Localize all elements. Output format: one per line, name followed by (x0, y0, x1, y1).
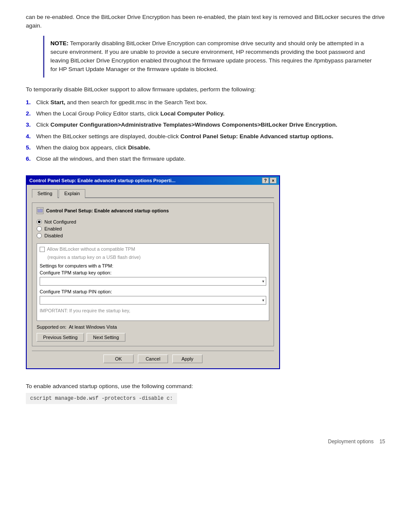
dialog-tabs: Setting Explain (32, 188, 274, 198)
note-label: NOTE: (50, 40, 68, 47)
step-1-bold: Start, (50, 99, 65, 106)
step-5-bold: Disable. (128, 144, 150, 151)
settings-panel-inner: Allow BitLocker without a compatible TPM… (40, 246, 266, 313)
tab-explain[interactable]: Explain (59, 189, 85, 198)
footer-left: Deployment options (328, 439, 374, 445)
step-4-num: 4. (26, 132, 36, 141)
note-box: NOTE: Temporarily disabling BitLocker Dr… (43, 36, 385, 78)
policy-name: Control Panel Setup: Enable advanced sta… (46, 208, 169, 213)
step-5-text: When the dialog box appears, click Disab… (36, 143, 385, 152)
step-6-text: Close all the windows, and then start th… (36, 155, 385, 163)
policy-header: Control Panel Setup: Enable advanced sta… (37, 207, 269, 214)
radio-disabled-input[interactable] (37, 233, 42, 238)
tab-setting[interactable]: Setting (32, 189, 58, 198)
radio-disabled-label: Disabled (44, 233, 63, 238)
next-setting-button[interactable]: Next Setting (87, 333, 125, 342)
step-2-num: 2. (26, 109, 36, 118)
steps-list: 1. Click Start, and then search for gped… (26, 98, 385, 164)
dialog-container: Control Panel Setup: Enable advanced sta… (26, 175, 280, 369)
step-1-num: 1. (26, 98, 36, 107)
supported-label: Supported on: (37, 324, 66, 330)
settings-panel[interactable]: Allow BitLocker without a compatible TPM… (37, 243, 269, 321)
radio-not-configured[interactable]: Not Configured (37, 219, 269, 224)
step-2-text: When the Local Group Policy Editor start… (36, 109, 385, 118)
close-button[interactable]: × (270, 177, 277, 184)
checkbox-allow-bitlocker[interactable]: Allow BitLocker without a compatible TPM (40, 246, 266, 252)
help-button[interactable]: ? (262, 177, 269, 184)
step-5: 5. When the dialog box appears, click Di… (26, 143, 385, 152)
step-3: 3. Click Computer Configuration>Administ… (26, 121, 385, 129)
dialog-content: Control Panel Setup: Enable advanced sta… (32, 202, 274, 346)
step-3-num: 3. (26, 121, 36, 129)
dialog-window: Control Panel Setup: Enable advanced sta… (26, 175, 280, 369)
radio-disabled[interactable]: Disabled (37, 233, 269, 238)
note-text: Temporarily disabling BitLocker Drive En… (50, 40, 372, 73)
footer-right: 15 (380, 439, 385, 445)
dialog-titlebar: Control Panel Setup: Enable advanced sta… (27, 176, 279, 185)
radio-enabled-label: Enabled (44, 226, 62, 231)
ok-button[interactable]: OK (103, 355, 134, 363)
step-3-text: Click Computer Configuration>Administrat… (36, 121, 385, 129)
cancel-button[interactable]: Cancel (138, 355, 168, 363)
supported-on: Supported on: At least Windows Vista (37, 324, 269, 330)
step-4: 4. When the BitLocker settings are displ… (26, 132, 385, 141)
step-4-bold: Control Panel Setup: Enable Advanced sta… (181, 133, 333, 140)
radio-not-configured-label: Not Configured (44, 219, 76, 224)
policy-icon (37, 207, 44, 214)
configure-startup-key-label: Configure TPM startup key option: (40, 270, 266, 275)
dialog-titlebar-buttons: ? × (262, 177, 277, 184)
step-2-bold: Local Computer Policy. (160, 110, 224, 117)
settings-tpm-label: Settings for computers with a TPM: (40, 263, 266, 268)
svg-rect-1 (38, 208, 40, 209)
apply-button[interactable]: Apply (172, 355, 202, 363)
radio-enabled-input[interactable] (37, 226, 42, 231)
action-buttons: OK Cancel Apply (32, 351, 274, 363)
caption-text: To enable advanced startup options, use … (26, 383, 385, 389)
radio-group: Not Configured Enabled Disabled (37, 219, 269, 238)
page-footer: Deployment options 15 (26, 439, 385, 445)
dropdown-arrow-2: ▼ (262, 299, 265, 302)
step-6: 6. Close all the windows, and then start… (26, 155, 385, 163)
step-1: 1. Click Start, and then search for gped… (26, 98, 385, 107)
nav-buttons: Previous Setting Next Setting (37, 333, 269, 342)
checkbox-label: Allow BitLocker without a compatible TPM (47, 246, 135, 252)
dialog-title: Control Panel Setup: Enable advanced sta… (29, 178, 262, 183)
supported-value: At least Windows Vista (69, 324, 117, 330)
checkbox-input[interactable] (40, 247, 45, 252)
intro-para1: can be re-enabled. Once the BitLocker Dr… (26, 13, 385, 31)
step-6-num: 6. (26, 155, 36, 163)
step-3-bold: Computer Configuration>Administrative Te… (50, 121, 337, 128)
previous-setting-button[interactable]: Previous Setting (37, 333, 84, 342)
step-1-text: Click Start, and then search for gpedit.… (36, 98, 385, 107)
checkbox-sub: (requires a startup key on a USB flash d… (40, 255, 266, 260)
code-block: cscript manage-bde.wsf -protectors -disa… (26, 393, 177, 404)
step-2: 2. When the Local Group Policy Editor st… (26, 109, 385, 118)
intro-para2: To temporarily disable BitLocker support… (26, 85, 385, 94)
dialog-body: Setting Explain Control Panel Setup: Ena… (27, 185, 279, 368)
startup-key-dropdown[interactable]: ▼ (40, 277, 266, 286)
radio-not-configured-input[interactable] (37, 219, 42, 224)
dropdown-arrow-1: ▼ (262, 280, 265, 283)
startup-pin-dropdown[interactable]: ▼ (40, 296, 266, 305)
radio-enabled[interactable]: Enabled (37, 226, 269, 231)
step-4-text: When the BitLocker settings are displaye… (36, 132, 385, 141)
configure-startup-pin-label: Configure TPM startup PIN option: (40, 289, 266, 294)
important-text: IMPORTANT: If you require the startup ke… (40, 308, 266, 313)
step-5-num: 5. (26, 143, 36, 152)
